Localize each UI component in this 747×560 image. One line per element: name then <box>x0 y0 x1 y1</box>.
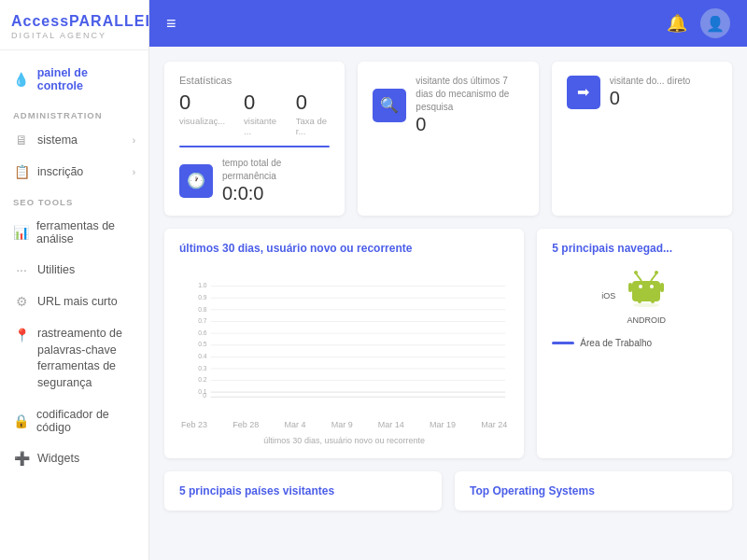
sidebar-item-label: codificador de código <box>36 408 135 434</box>
sidebar-item-painel[interactable]: 💧 painel de controle <box>0 58 148 101</box>
android-icon <box>625 264 668 313</box>
section-label-admin: ADMINISTRATION <box>0 101 148 124</box>
chevron-right-icon: › <box>133 167 135 177</box>
svg-text:0.4: 0.4 <box>198 353 207 359</box>
sidebar-item-inscricao[interactable]: 📋 inscrição › <box>0 156 148 188</box>
svg-text:0.9: 0.9 <box>198 294 207 301</box>
svg-point-33 <box>655 271 658 274</box>
svg-text:0.5: 0.5 <box>198 342 207 348</box>
stat-detail: ➡ visitante do... direto 0 <box>567 75 717 109</box>
avatar-icon: 👤 <box>706 15 725 33</box>
lock-icon: 🔒 <box>13 413 29 428</box>
svg-rect-23 <box>632 281 660 301</box>
main-area: ≡ 🔔 👤 Estatísticas 0 visualizaç... 0 vis <box>149 0 747 560</box>
list-icon: 📋 <box>13 164 30 179</box>
monitor-icon: 🖥 <box>13 133 30 147</box>
sidebar-item-sistema[interactable]: 🖥 sistema › <box>0 124 148 156</box>
svg-line-30 <box>636 273 641 281</box>
chart-svg: 1.0 0.9 0.8 0.7 0.6 0.5 0.4 0.3 0.2 0.1 <box>179 264 509 413</box>
stat-detail-info: visitante dos últimos 7 dias do mecanism… <box>416 75 523 135</box>
sidebar-item-label: rastreamento depalavras-chaveferramentas… <box>37 326 122 391</box>
sidebar-item-utilities[interactable]: ··· Utilities <box>0 254 148 286</box>
stats-numbers: 0 visualizaç... 0 visitante ... 0 Taxa d… <box>179 91 330 136</box>
bottom-card-os: Top Operating Systems <box>455 471 732 511</box>
line-chart-card: últimos 30 dias, usuário novo ou recorre… <box>164 229 524 458</box>
clock-icon: 🕐 <box>179 164 213 198</box>
sidebar-item-url[interactable]: ⚙ URL mais curto <box>0 286 148 317</box>
stat-label: visualizaç... <box>179 116 225 126</box>
stat-label: visitante ... <box>244 116 277 136</box>
svg-line-31 <box>651 273 656 281</box>
avatar[interactable]: 👤 <box>700 8 730 38</box>
stats-card-main: Estatísticas 0 visualizaç... 0 visitante… <box>164 62 345 216</box>
content-area: Estatísticas 0 visualizaç... 0 visitante… <box>149 47 747 560</box>
stat-visitantes: 0 visitante ... <box>244 91 277 136</box>
sidebar-item-rastreamento[interactable]: 📍 rastreamento depalavras-chaveferrament… <box>0 317 148 399</box>
section-label-seo: SEO TOOLS <box>0 188 148 211</box>
stats-title: Estatísticas <box>179 75 330 86</box>
svg-text:0.7: 0.7 <box>198 317 207 324</box>
stat-label: Taxa de r... <box>296 116 331 136</box>
stat-detail: 🕐 tempo total de permanência 0:0:0 <box>179 157 330 204</box>
svg-point-22 <box>633 303 659 307</box>
stat-detail-info: tempo total de permanência 0:0:0 <box>222 157 330 204</box>
chart-title: últimos 30 dias, usuário novo ou recorre… <box>179 242 509 255</box>
legend-row: Área de Trabalho <box>552 338 717 348</box>
bottom-title-countries: 5 principais países visitantes <box>179 484 427 497</box>
sidebar-item-codificador[interactable]: 🔒 codificador de código <box>0 399 148 442</box>
menu-icon[interactable]: ≡ <box>166 14 176 34</box>
chart-icon: 📊 <box>13 225 29 240</box>
svg-text:0.3: 0.3 <box>198 365 207 371</box>
svg-point-32 <box>634 271 638 274</box>
sidebar-item-label: Utilities <box>37 263 75 276</box>
sidebar-item-widgets[interactable]: ➕ Widgets <box>0 442 148 474</box>
logo-text: AccessPARALLEL <box>11 13 137 30</box>
chart-x-labels: Feb 23 Feb 28 Mar 4 Mar 9 Mar 14 Mar 19 … <box>179 420 509 429</box>
search-icon: 🔍 <box>373 89 406 122</box>
sidebar-item-label: URL mais curto <box>37 295 118 308</box>
svg-text:0.2: 0.2 <box>198 376 207 383</box>
stat-detail-info: visitante do... direto 0 <box>610 75 691 109</box>
stat-detail-value: 0:0:0 <box>222 183 330 204</box>
svg-rect-25 <box>660 283 664 292</box>
browsers-icons: iOS <box>552 264 717 325</box>
browsers-card: 5 principais navegad... iOS <box>537 229 732 458</box>
browser-android: ANDROID <box>625 264 668 325</box>
stat-value: 0 <box>179 91 190 114</box>
chart-footnote: últimos 30 dias, usuário novo ou recorre… <box>179 436 509 445</box>
stat-visualizacoes: 0 visualizaç... <box>179 91 225 136</box>
svg-text:1.0: 1.0 <box>198 283 207 289</box>
browser-label: iOS <box>601 291 615 301</box>
stat-detail: 🔍 visitante dos últimos 7 dias do mecani… <box>373 75 523 135</box>
sidebar-item-ferramentas[interactable]: 📊 ferramentas de análise <box>0 211 148 254</box>
bell-icon[interactable]: 🔔 <box>667 13 687 34</box>
sidebar-item-label: sistema <box>37 133 78 147</box>
sidebar-item-label: painel de controle <box>37 66 135 92</box>
divider <box>179 146 330 147</box>
stat-taxa: 0 Taxa de r... <box>296 91 331 136</box>
topbar: ≡ 🔔 👤 <box>149 0 747 47</box>
sidebar-item-label: ferramentas de análise <box>36 219 135 245</box>
svg-point-28 <box>639 285 642 288</box>
stats-row: Estatísticas 0 visualizaç... 0 visitante… <box>164 62 732 216</box>
legend-line <box>552 342 574 344</box>
pin-icon: 📍 <box>13 328 30 343</box>
gear-icon: ⚙ <box>13 294 30 309</box>
chart-area: 1.0 0.9 0.8 0.7 0.6 0.5 0.4 0.3 0.2 0.1 <box>179 264 509 432</box>
stat-detail-label: visitante dos últimos 7 dias do mecanism… <box>416 75 523 114</box>
svg-rect-27 <box>651 296 655 303</box>
svg-point-29 <box>650 285 654 288</box>
svg-text:0.8: 0.8 <box>198 306 207 313</box>
logo-sub: Digital Agency <box>11 31 137 40</box>
stat-detail-label: visitante do... direto <box>610 75 691 88</box>
bottom-row: 5 principais países visitantes Top Opera… <box>164 471 732 511</box>
svg-text:0.6: 0.6 <box>198 329 207 336</box>
stat-value: 0 <box>244 91 255 114</box>
stat-detail-label: tempo total de permanência <box>222 157 330 183</box>
browser-label: ANDROID <box>627 315 666 325</box>
plus-icon: ➕ <box>13 451 30 466</box>
stat-detail-value: 0 <box>610 88 691 109</box>
charts-row: últimos 30 dias, usuário novo ou recorre… <box>164 229 732 458</box>
svg-rect-26 <box>638 296 641 303</box>
drop-icon: 💧 <box>13 72 30 87</box>
